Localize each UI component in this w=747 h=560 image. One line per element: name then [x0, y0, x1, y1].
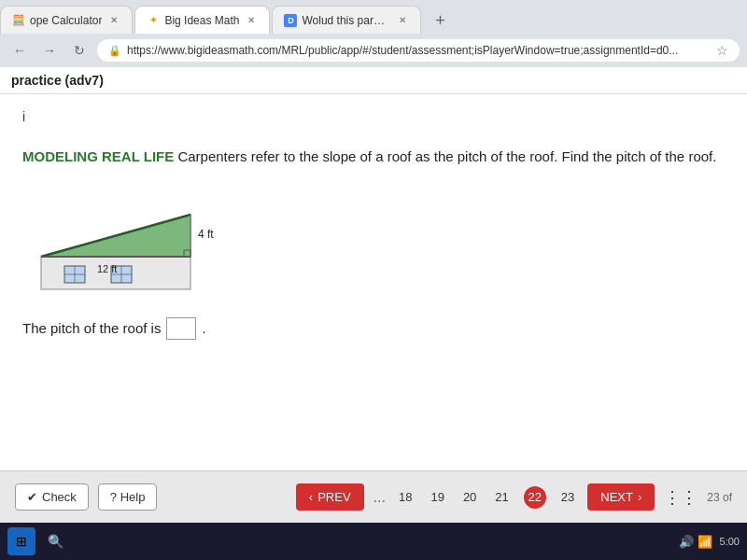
tab-favicon-doc: D — [284, 14, 297, 27]
tab-label-bigideas: Big Ideas Math — [164, 14, 239, 27]
lock-icon: 🔒 — [108, 45, 121, 57]
address-text: https://www.bigideasmath.com/MRL/public/… — [127, 44, 711, 57]
page-header: practice (adv7) — [0, 67, 747, 94]
help-label: ? Help — [110, 490, 146, 504]
ellipsis: ... — [374, 489, 386, 506]
start-button[interactable]: ⊞ — [7, 527, 35, 555]
page-num-19[interactable]: 19 — [427, 488, 447, 506]
tab-bigideasmath[interactable]: ✦ Big Ideas Math ✕ — [134, 6, 270, 34]
page-num-21[interactable]: 21 — [491, 488, 512, 506]
tab-bar: 🧮 ope Calculator ✕ ✦ Big Ideas Math ✕ D … — [0, 0, 747, 34]
tab-favicon-bigideas: ✦ — [147, 14, 160, 27]
forward-button[interactable]: → — [37, 38, 62, 63]
address-bar[interactable]: 🔒 https://www.bigideasmath.com/MRL/publi… — [97, 39, 740, 62]
svg-text:12 ft: 12 ft — [97, 263, 117, 274]
prev-button[interactable]: ‹ PREV — [296, 483, 364, 511]
tab-favicon-calc: 🧮 — [12, 14, 25, 27]
tab-label-paragraph: Wolud this paragraph be a com: — [302, 14, 390, 27]
answer-prefix: The pitch of the roof is — [22, 320, 161, 336]
question-text: MODELING REAL LIFE Carpenters refer to t… — [22, 147, 725, 168]
bottom-nav-bar: ✔ Check ? Help ‹ PREV ... 18 19 20 21 22… — [0, 470, 747, 523]
grid-icon[interactable]: ⋮⋮ — [664, 487, 698, 508]
page-num-22[interactable]: 22 — [524, 486, 546, 509]
page-num-18[interactable]: 18 — [395, 488, 416, 506]
next-button[interactable]: NEXT › — [587, 483, 655, 511]
main-content: i MODELING REAL LIFE Carpenters refer to… — [0, 94, 747, 470]
help-button[interactable]: ? Help — [98, 483, 158, 511]
svg-text:4 ft: 4 ft — [198, 228, 214, 241]
question-number: i — [22, 109, 725, 124]
page-indicator: 23 of — [707, 491, 732, 504]
taskbar-time: 5:00 — [720, 536, 740, 547]
answer-suffix: . — [202, 320, 205, 336]
next-chevron-icon: › — [638, 490, 641, 504]
taskbar-right: 🔊 📶 5:00 — [679, 535, 740, 549]
check-icon: ✔ — [27, 490, 37, 504]
tab-close-bigideas[interactable]: ✕ — [245, 14, 258, 27]
tab-close-calculator[interactable]: ✕ — [107, 14, 120, 27]
answer-input-box[interactable] — [166, 317, 196, 340]
roof-illustration: 4 ft 12 ft — [32, 187, 237, 299]
prev-label: PREV — [317, 490, 350, 504]
check-button[interactable]: ✔ Check — [15, 483, 89, 511]
browser-chrome: 🧮 ope Calculator ✕ ✦ Big Ideas Math ✕ D … — [0, 0, 747, 67]
search-taskbar-icon[interactable]: 🔍 — [41, 527, 69, 555]
page-num-23[interactable]: 23 — [557, 488, 578, 506]
next-label: NEXT — [600, 490, 633, 504]
question-body: Carpenters refer to the slope of a roof … — [174, 148, 716, 164]
windows-taskbar: ⊞ 🔍 🔊 📶 5:00 — [0, 523, 747, 560]
answer-row: The pitch of the roof is . — [22, 317, 725, 340]
roof-diagram: 4 ft 12 ft — [32, 187, 237, 299]
address-bar-row: ← → ↻ 🔒 https://www.bigideasmath.com/MRL… — [0, 34, 747, 67]
back-button[interactable]: ← — [7, 38, 32, 63]
modeling-label: MODELING REAL LIFE — [22, 148, 174, 164]
page-title: practice (adv7) — [11, 73, 104, 88]
tab-label-calculator: ope Calculator — [30, 14, 102, 27]
taskbar-icons: 🔊 📶 — [679, 535, 712, 549]
tab-paragraph[interactable]: D Wolud this paragraph be a com: ✕ — [272, 6, 421, 34]
check-label: Check — [42, 490, 77, 504]
tab-calculator[interactable]: 🧮 ope Calculator ✕ — [0, 6, 133, 34]
tab-close-paragraph[interactable]: ✕ — [396, 14, 409, 27]
page-numbers: 18 19 20 21 22 23 — [395, 486, 578, 509]
reload-button[interactable]: ↻ — [67, 38, 92, 63]
prev-chevron-icon: ‹ — [309, 490, 313, 504]
new-tab-button[interactable]: + — [427, 7, 453, 34]
page-num-20[interactable]: 20 — [459, 488, 480, 506]
bookmark-icon[interactable]: ☆ — [716, 43, 728, 58]
